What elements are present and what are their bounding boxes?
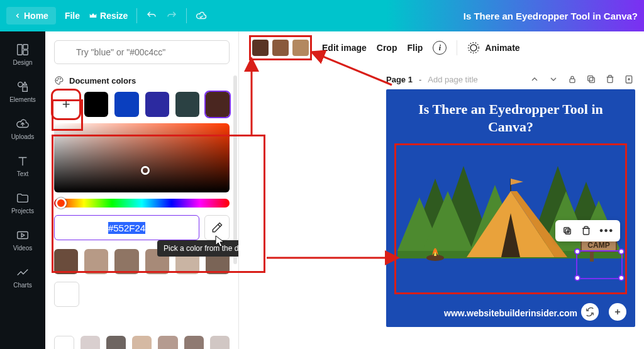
flip-button[interactable]: Flip bbox=[407, 43, 423, 53]
page-header: Page 1 - Add page title bbox=[386, 70, 634, 88]
rail-charts[interactable]: Charts bbox=[0, 260, 45, 294]
animate-button[interactable]: Animate bbox=[467, 42, 519, 54]
svg-point-13 bbox=[469, 43, 479, 53]
saturation-box[interactable] bbox=[54, 123, 230, 192]
ctx-swatch[interactable] bbox=[272, 40, 289, 56]
hex-input[interactable]: #552F24 bbox=[54, 215, 199, 240]
ctx-swatch[interactable] bbox=[292, 40, 309, 56]
undo-button[interactable] bbox=[146, 10, 157, 21]
add-page-icon[interactable] bbox=[624, 74, 634, 84]
page-title-input[interactable]: Add page title bbox=[428, 75, 478, 84]
add-color-button[interactable]: + bbox=[54, 92, 78, 117]
project-title[interactable]: Is There an Eyedropper Tool in Canva? bbox=[464, 11, 638, 21]
plus-icon bbox=[613, 307, 622, 316]
divider bbox=[457, 40, 457, 55]
color-swatch[interactable] bbox=[132, 336, 152, 349]
trash-icon[interactable] bbox=[580, 225, 592, 236]
templates-icon bbox=[16, 43, 30, 57]
resize-handle[interactable] bbox=[574, 275, 580, 281]
svg-point-3 bbox=[18, 82, 23, 87]
chevron-down-icon[interactable] bbox=[548, 74, 558, 84]
svg-text:CAMP: CAMP bbox=[587, 241, 609, 250]
svg-rect-0 bbox=[18, 45, 22, 55]
uploads-icon bbox=[16, 117, 30, 131]
resize-handle[interactable] bbox=[574, 248, 580, 255]
duplicate-icon[interactable] bbox=[562, 225, 573, 236]
text-icon bbox=[16, 154, 30, 168]
charts-icon bbox=[16, 265, 30, 279]
color-swatch[interactable] bbox=[114, 92, 138, 117]
redo-button[interactable] bbox=[166, 10, 177, 21]
color-swatch[interactable] bbox=[145, 92, 169, 117]
elements-icon bbox=[16, 80, 30, 94]
add-button[interactable] bbox=[609, 303, 626, 321]
mouse-cursor-icon bbox=[215, 235, 225, 248]
trash-icon[interactable] bbox=[605, 74, 615, 84]
color-swatch[interactable] bbox=[54, 336, 74, 349]
video-icon bbox=[16, 228, 30, 242]
resize-handle[interactable] bbox=[618, 248, 625, 255]
color-swatch[interactable] bbox=[84, 92, 108, 117]
undo-icon bbox=[146, 10, 157, 21]
scrollbar[interactable] bbox=[233, 75, 237, 264]
hue-cursor[interactable] bbox=[55, 197, 67, 209]
annotation-arrow bbox=[264, 252, 396, 267]
color-swatch[interactable] bbox=[54, 249, 78, 274]
info-button[interactable]: i bbox=[433, 41, 447, 55]
svg-rect-17 bbox=[608, 77, 613, 83]
lock-icon[interactable] bbox=[567, 74, 577, 84]
cloud-sync-button[interactable] bbox=[196, 10, 207, 21]
color-swatch[interactable] bbox=[114, 249, 138, 274]
design-canvas[interactable]: Is There an Eyedropper Tool in Canva? bbox=[386, 89, 635, 327]
rail-uploads[interactable]: Uploads bbox=[0, 112, 45, 145]
redo-icon bbox=[166, 10, 177, 21]
cloud-check-icon bbox=[196, 10, 207, 21]
animate-icon bbox=[467, 42, 480, 54]
folder-icon bbox=[16, 191, 30, 205]
color-search-input[interactable] bbox=[54, 40, 230, 64]
color-swatch[interactable] bbox=[158, 336, 177, 349]
color-swatch[interactable] bbox=[84, 249, 108, 274]
canvas-area[interactable]: Is There an Eyedropper Tool in Canva? bbox=[386, 89, 635, 327]
duplicate-icon[interactable] bbox=[586, 74, 596, 84]
color-picker: #552F24 Pick a color from the design bbox=[54, 123, 230, 240]
rail-projects[interactable]: Projects bbox=[0, 186, 45, 219]
saturation-cursor[interactable] bbox=[141, 166, 150, 175]
rail-videos[interactable]: Videos bbox=[0, 223, 45, 257]
color-swatch[interactable] bbox=[106, 336, 126, 349]
color-swatch[interactable] bbox=[54, 282, 79, 307]
svg-rect-2 bbox=[23, 50, 28, 55]
eyedropper-tooltip: Pick a color from the design bbox=[157, 240, 239, 257]
selection-colors[interactable] bbox=[249, 36, 312, 59]
svg-marker-35 bbox=[511, 179, 523, 185]
document-colors-heading: Document colors bbox=[54, 75, 230, 86]
color-swatch[interactable] bbox=[206, 92, 230, 117]
rail-text[interactable]: Text bbox=[0, 149, 45, 182]
rail-elements[interactable]: Elements bbox=[0, 75, 45, 108]
ctx-swatch[interactable] bbox=[252, 40, 269, 56]
canvas-footer-buttons bbox=[576, 303, 626, 321]
file-menu[interactable]: File bbox=[65, 11, 80, 21]
resize-menu[interactable]: Resize bbox=[89, 11, 128, 21]
divider bbox=[186, 8, 187, 23]
svg-rect-4 bbox=[23, 87, 27, 91]
svg-rect-5 bbox=[18, 232, 28, 239]
selection-frame[interactable] bbox=[576, 250, 623, 279]
more-button[interactable]: ••• bbox=[599, 225, 614, 236]
color-swatch[interactable] bbox=[210, 336, 230, 349]
canvas-heading[interactable]: Is There an Eyedropper Tool in Canva? bbox=[399, 101, 623, 135]
rail-design[interactable]: Design bbox=[0, 38, 45, 71]
page-actions bbox=[530, 74, 634, 84]
annotation-arrow bbox=[245, 60, 258, 138]
color-swatch[interactable] bbox=[184, 336, 204, 349]
chevron-up-icon[interactable] bbox=[530, 74, 540, 84]
svg-rect-46 bbox=[584, 228, 589, 235]
shuffle-button[interactable] bbox=[581, 303, 599, 321]
color-swatch[interactable] bbox=[80, 336, 100, 349]
color-swatch[interactable] bbox=[175, 92, 199, 117]
element-mini-toolbar: ••• bbox=[555, 220, 620, 241]
top-bar: Home File Resize Is There an Eyedropper … bbox=[0, 0, 644, 31]
hue-slider[interactable] bbox=[54, 199, 230, 208]
home-button[interactable]: Home bbox=[6, 7, 56, 25]
resize-handle[interactable] bbox=[618, 275, 625, 281]
